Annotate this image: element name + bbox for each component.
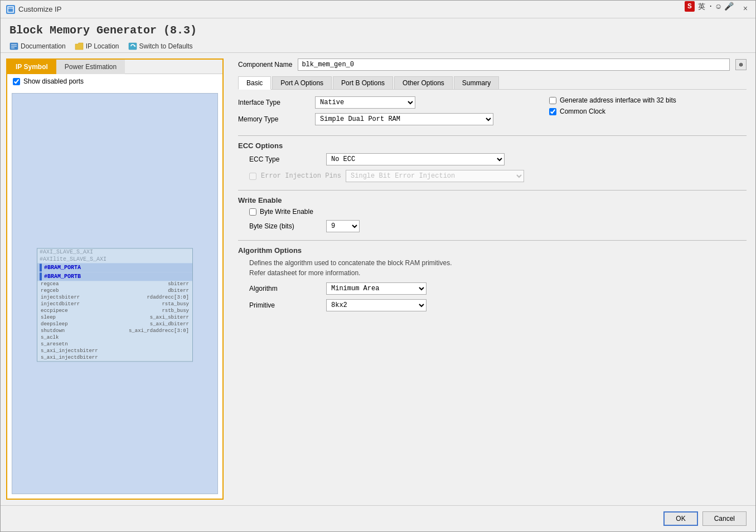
signal-left-3: injectsbiterr (41, 295, 80, 300)
byte-write-enable-checkbox[interactable] (249, 208, 256, 216)
signal-right-1: sbiterr (168, 281, 189, 287)
signal-left-11: s_axi_injectsbiterr (41, 348, 98, 354)
primitive-row: Primitive 8kx2 16kx1 (249, 299, 747, 311)
algo-desc: Defines the algorithm used to concatenat… (249, 258, 747, 278)
switch-defaults-button[interactable]: Switch to Defaults (128, 42, 193, 50)
generate-addr-label: Generate address interface with 32 bits (560, 96, 676, 104)
bram-porta-bar (40, 263, 42, 271)
config-tab-basic[interactable]: Basic (238, 76, 271, 90)
ok-button[interactable]: OK (663, 511, 697, 526)
axilite-slave-row: #AXIlite_SLAVE_S_AXI (37, 256, 192, 263)
tab-ip-symbol[interactable]: IP Symbol (7, 60, 56, 74)
ecc-type-select[interactable]: No ECC Hamming ECC Single Bit Error Corr… (326, 153, 505, 165)
ecc-section-title: ECC Options (238, 141, 747, 150)
main-header: Block Memory Generator (8.3) (1, 18, 755, 40)
show-disabled-checkbox[interactable] (13, 78, 20, 85)
signal-left-9: s_aclk (41, 335, 59, 340)
algorithm-select[interactable]: Minimum Area Low Power Fixed Primitives (326, 282, 427, 295)
bram-porta-label: #BRAM_PORTA (44, 265, 81, 271)
primitive-select[interactable]: 8kx2 16kx1 (326, 299, 427, 311)
signal-row-7: deepsleep s_axi_dbiterr (37, 321, 192, 328)
signal-right-4: rsta_busy (162, 301, 189, 307)
signal-right-5: rstb_busy (162, 308, 189, 314)
generate-addr-checkbox[interactable] (549, 97, 556, 104)
algorithm-row: Algorithm Minimum Area Low Power Fixed P… (249, 282, 747, 295)
byte-size-row: Byte Size (bits) 9 8 (249, 220, 747, 232)
write-enable-block: Byte Write Enable Byte Size (bits) 9 8 (249, 208, 747, 232)
content-area: IP Symbol Power Estimation Show disabled… (1, 53, 755, 505)
memory-type-select[interactable]: Simple Dual Port RAM Single Port RAM Tru… (315, 113, 493, 125)
ecc-options-block: ECC Type No ECC Hamming ECC Single Bit E… (249, 153, 747, 182)
smiley-icon: ☺ (716, 2, 721, 11)
s-icon: S (685, 1, 695, 12)
show-disabled-label: Show disabled ports (23, 77, 84, 85)
signal-row-4: injectdbiterr rsta_busy (37, 301, 192, 308)
bottom-bar: OK Cancel (1, 505, 755, 531)
byte-size-label: Byte Size (bits) (249, 222, 322, 230)
config-tab-other-options[interactable]: Other Options (394, 76, 453, 89)
algorithm-label: Algorithm (249, 285, 322, 292)
byte-size-select[interactable]: 9 8 (326, 220, 360, 232)
signal-left-6: sleep (41, 315, 56, 320)
signal-row-12: s_axi_injectdbiterr (37, 354, 192, 361)
close-button[interactable]: × (740, 4, 750, 14)
refresh-icon (128, 42, 137, 50)
main-window: Customize IP S 英 · ☺ 🎤 × Block Memory Ge… (0, 0, 756, 532)
clear-button[interactable]: ⊗ (735, 59, 747, 70)
axi-slave-row: #AXI_SLAVE_S_AXI (37, 248, 192, 256)
right-panel: Component Name ⊗ Basic Port A Options Po… (229, 53, 755, 505)
tab-power-estimation[interactable]: Power Estimation (56, 60, 125, 74)
component-name-input[interactable] (298, 58, 730, 71)
show-disabled-row: Show disabled ports (7, 74, 222, 89)
generate-addr-row: Generate address interface with 32 bits (549, 96, 676, 104)
interface-type-select[interactable]: Native AXI4 AXI4Lite (315, 96, 415, 109)
axilite-slave-label: #AXIlite_SLAVE_S_AXI (40, 256, 106, 262)
signal-row-5: eccpipece rstb_busy (37, 308, 192, 314)
ip-symbol-block: #AXI_SLAVE_S_AXI #AXIlite_SLAVE_S_AXI #B… (37, 248, 193, 362)
left-selects: Interface Type Native AXI4 AXI4Lite Memo… (238, 96, 493, 130)
ip-location-button[interactable]: IP Location (75, 42, 119, 50)
left-tabs: IP Symbol Power Estimation (7, 60, 222, 74)
signal-row-1: regcea sbiterr (37, 281, 192, 287)
signal-right-6: s_axi_sbiterr (150, 315, 189, 320)
divider-3 (238, 240, 747, 241)
signal-right-8: s_axi_rdaddrecc[3:0] (129, 328, 189, 334)
signal-left-7: deepsleep (41, 321, 68, 327)
algorithm-section-title: Algorithm Options (238, 246, 747, 255)
error-injection-checkbox[interactable] (249, 173, 256, 180)
memory-type-row: Memory Type Simple Dual Port RAM Single … (238, 113, 493, 125)
ecc-type-label: ECC Type (249, 155, 322, 163)
component-name-label: Component Name (238, 61, 292, 69)
byte-write-enable-label: Byte Write Enable (260, 208, 313, 216)
divider-1 (238, 135, 747, 136)
signal-left-2: regceb (41, 288, 59, 294)
write-enable-title: Write Enable (238, 196, 747, 204)
top-right-icons: S 英 · ☺ 🎤 (685, 1, 734, 12)
basic-tab-content: Interface Type Native AXI4 AXI4Lite Memo… (238, 96, 747, 319)
bram-porta-row: #BRAM_PORTA (37, 263, 192, 272)
documentation-label: Documentation (21, 42, 66, 50)
common-clock-label: Common Clock (560, 108, 605, 115)
switch-defaults-label: Switch to Defaults (139, 42, 193, 50)
component-name-row: Component Name ⊗ (238, 58, 747, 71)
signal-row-3: injectsbiterr rdaddrecc[3:0] (37, 294, 192, 301)
bram-portb-row: #BRAM_PORTB (37, 272, 192, 281)
bram-portb-label: #BRAM_PORTB (44, 274, 81, 280)
signal-row-10: s_aresetn (37, 341, 192, 348)
documentation-button[interactable]: Documentation (9, 42, 66, 50)
common-clock-checkbox[interactable] (549, 108, 556, 115)
title-bar-left: Customize IP (6, 5, 61, 14)
primitive-label: Primitive (249, 301, 322, 309)
cancel-button[interactable]: Cancel (702, 511, 747, 526)
memory-type-label: Memory Type (238, 115, 311, 123)
app-icon (6, 5, 15, 14)
title-bar: Customize IP S 英 · ☺ 🎤 × (1, 1, 755, 18)
algorithm-section: Algorithm Options Defines the algorithm … (238, 246, 747, 311)
config-tab-port-b[interactable]: Port B Options (333, 76, 393, 89)
error-injection-select[interactable]: Single Bit Error Injection (346, 170, 524, 182)
error-injection-label: Error Injection Pins (261, 172, 341, 180)
write-enable-section: Write Enable Byte Write Enable Byte Size… (238, 196, 747, 232)
signal-left-1: regcea (41, 281, 59, 287)
config-tab-summary[interactable]: Summary (454, 76, 499, 89)
config-tab-port-a[interactable]: Port A Options (272, 76, 332, 89)
